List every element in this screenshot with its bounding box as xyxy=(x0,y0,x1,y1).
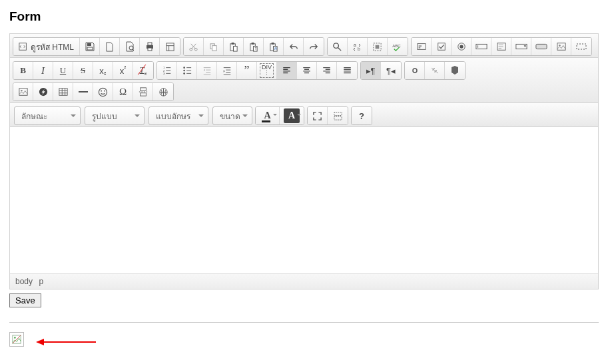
print-icon xyxy=(145,41,155,52)
paste-word-button[interactable]: W xyxy=(264,38,284,55)
specialchar-button[interactable]: Ω xyxy=(113,83,133,100)
div-button[interactable]: DIV⋮ xyxy=(257,62,277,79)
templates-button[interactable] xyxy=(160,38,180,55)
copy-button[interactable] xyxy=(204,38,224,55)
paste-text-button[interactable]: T xyxy=(244,38,264,55)
newpage-button[interactable] xyxy=(100,38,120,55)
editor: ดูรหัส HTML T W ab ABC xyxy=(9,33,599,289)
strike-button[interactable]: S xyxy=(73,62,93,79)
iframe-icon xyxy=(158,87,168,97)
form-button[interactable] xyxy=(412,38,432,55)
redo-button[interactable] xyxy=(304,38,324,55)
find-button[interactable] xyxy=(328,38,348,55)
radio-button[interactable] xyxy=(452,38,471,55)
group-find: ab ABC xyxy=(327,37,408,56)
flash-button[interactable] xyxy=(33,83,53,100)
selectall-icon xyxy=(372,42,382,52)
cut-button[interactable] xyxy=(184,38,204,55)
undo-button[interactable] xyxy=(284,38,304,55)
spellcheck-button[interactable]: ABC xyxy=(388,38,408,55)
size-combo[interactable]: ขนาด xyxy=(212,106,252,125)
editor-content[interactable] xyxy=(10,127,598,273)
submit-save-button[interactable]: Save xyxy=(9,293,41,307)
underline-button[interactable]: U xyxy=(53,62,73,79)
textfield-icon xyxy=(475,43,487,51)
imagebutton-button[interactable] xyxy=(551,38,571,55)
subscript-button[interactable]: x₂ xyxy=(93,62,113,79)
smiley-icon xyxy=(98,87,108,97)
source-button[interactable]: ดูรหัส HTML xyxy=(13,38,80,55)
textcolor-button[interactable]: A xyxy=(256,107,280,124)
textfield-button[interactable] xyxy=(471,38,491,55)
form-icon xyxy=(416,42,427,51)
svg-rect-7 xyxy=(166,43,173,50)
bulletlist-button[interactable] xyxy=(177,62,197,79)
superscript-button[interactable]: x² xyxy=(113,62,133,79)
smiley-button[interactable] xyxy=(93,83,113,100)
styles-combo[interactable]: ลักษณะ xyxy=(14,106,81,125)
blockquote-button[interactable]: ” xyxy=(237,62,257,79)
svg-text:3: 3 xyxy=(162,72,164,75)
svg-point-53 xyxy=(99,88,107,96)
svg-text:T: T xyxy=(254,47,256,51)
italic-button[interactable]: I xyxy=(33,62,53,79)
svg-rect-30 xyxy=(418,45,421,47)
svg-rect-16 xyxy=(252,42,254,44)
templates-icon xyxy=(165,42,175,52)
unlink-button[interactable] xyxy=(425,62,445,79)
selectall-button[interactable] xyxy=(368,38,388,55)
maximize-button[interactable] xyxy=(308,107,328,124)
flash-icon xyxy=(39,87,48,96)
group-textstyle: B I U S x₂ x² ╱Tx xyxy=(13,61,154,80)
showblocks-icon xyxy=(333,111,343,121)
rtl-button[interactable]: ¶◂ xyxy=(381,62,401,79)
font-label: แบบอักษร xyxy=(156,110,190,122)
justify-button[interactable] xyxy=(337,62,357,79)
outdent-button[interactable] xyxy=(197,62,217,79)
font-combo[interactable]: แบบอักษร xyxy=(149,106,208,125)
checkbox-button[interactable] xyxy=(432,38,452,55)
textarea-button[interactable] xyxy=(491,38,511,55)
svg-rect-56 xyxy=(140,88,146,91)
page-title: Form xyxy=(9,9,599,24)
svg-point-50 xyxy=(21,90,23,92)
iframe-button[interactable] xyxy=(153,83,173,100)
path-body[interactable]: body xyxy=(15,277,33,286)
select-button[interactable] xyxy=(511,38,531,55)
print-button[interactable] xyxy=(140,38,160,55)
source-icon xyxy=(19,42,28,51)
paste-button[interactable] xyxy=(224,38,244,55)
link-button[interactable] xyxy=(405,62,425,79)
image-button[interactable] xyxy=(13,83,33,100)
numberlist-button[interactable]: 123 xyxy=(157,62,177,79)
group-tools xyxy=(307,106,348,125)
indent-button[interactable] xyxy=(217,62,237,79)
table-button[interactable] xyxy=(53,83,73,100)
alignleft-button[interactable] xyxy=(277,62,297,79)
about-button[interactable]: ? xyxy=(352,107,372,124)
paste-text-icon: T xyxy=(248,42,258,52)
indent-icon xyxy=(222,66,232,75)
ltr-button[interactable]: ▸¶ xyxy=(361,62,381,79)
svg-rect-41 xyxy=(577,44,586,49)
anchor-button[interactable] xyxy=(445,62,465,79)
showblocks-button[interactable] xyxy=(328,107,348,124)
aligncenter-button[interactable] xyxy=(297,62,317,79)
toolbar-row-3: ลักษณะ รูปแบบ แบบอักษร ขนาด A A ? xyxy=(10,103,598,127)
hiddenfield-button[interactable] xyxy=(571,38,591,55)
newpage-icon xyxy=(105,42,115,52)
bold-button[interactable]: B xyxy=(13,62,33,79)
save-button[interactable] xyxy=(80,38,100,55)
format-combo[interactable]: รูปแบบ xyxy=(85,106,145,125)
hr-button[interactable] xyxy=(73,83,93,100)
path-p[interactable]: p xyxy=(39,277,43,286)
svg-rect-13 xyxy=(232,42,234,44)
preview-button[interactable] xyxy=(120,38,140,55)
pagebreak-button[interactable] xyxy=(133,83,153,100)
button-button[interactable] xyxy=(531,38,551,55)
bgcolor-button[interactable]: A xyxy=(280,107,304,124)
alignright-button[interactable] xyxy=(317,62,337,79)
svg-point-45 xyxy=(183,67,185,69)
removeformat-button[interactable]: ╱Tx xyxy=(133,62,153,79)
replace-button[interactable]: ab xyxy=(348,38,368,55)
